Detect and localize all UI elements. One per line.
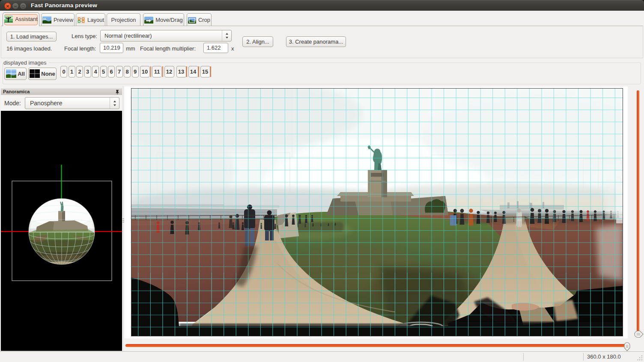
svg-text:GL: GL <box>43 18 47 21</box>
